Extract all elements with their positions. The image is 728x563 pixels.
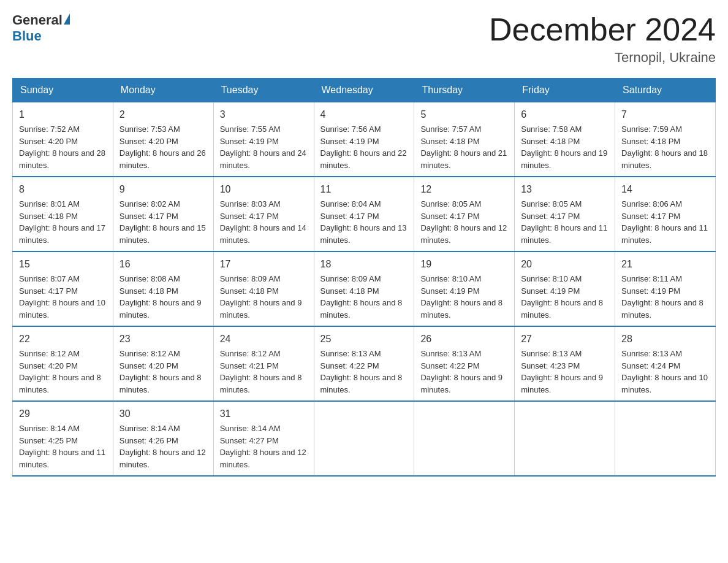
day-number: 15 [19,257,107,272]
day-info: Sunrise: 8:13 AMSunset: 4:22 PMDaylight:… [320,349,403,394]
day-info: Sunrise: 8:06 AMSunset: 4:17 PMDaylight:… [621,199,708,245]
calendar-cell: 24Sunrise: 8:12 AMSunset: 4:21 PMDayligh… [213,326,314,401]
day-number: 23 [119,332,207,347]
day-number: 26 [420,332,508,347]
calendar-cell: 15Sunrise: 8:07 AMSunset: 4:17 PMDayligh… [13,251,113,326]
calendar-cell: 25Sunrise: 8:13 AMSunset: 4:22 PMDayligh… [314,326,414,401]
page-subtitle: Ternopil, Ukraine [489,50,716,66]
day-number: 14 [621,182,709,197]
calendar-cell: 14Sunrise: 8:06 AMSunset: 4:17 PMDayligh… [615,177,716,251]
day-info: Sunrise: 8:12 AMSunset: 4:21 PMDaylight:… [220,349,302,394]
day-number: 2 [119,107,207,122]
calendar-cell: 9Sunrise: 8:02 AMSunset: 4:17 PMDaylight… [113,177,213,251]
calendar-cell: 1Sunrise: 7:52 AMSunset: 4:20 PMDaylight… [13,102,113,177]
day-number: 25 [320,332,408,347]
col-header-friday: Friday [515,79,615,102]
day-info: Sunrise: 7:59 AMSunset: 4:18 PMDaylight:… [621,124,708,170]
day-info: Sunrise: 8:01 AMSunset: 4:18 PMDaylight:… [19,199,105,245]
calendar-cell: 17Sunrise: 8:09 AMSunset: 4:18 PMDayligh… [213,251,314,326]
day-number: 7 [621,107,709,122]
calendar-cell [615,401,716,476]
calendar-cell: 12Sunrise: 8:05 AMSunset: 4:17 PMDayligh… [414,177,515,251]
day-info: Sunrise: 8:08 AMSunset: 4:18 PMDaylight:… [119,274,202,320]
calendar-cell: 3Sunrise: 7:55 AMSunset: 4:19 PMDaylight… [213,102,314,177]
calendar-cell: 28Sunrise: 8:13 AMSunset: 4:24 PMDayligh… [615,326,716,401]
calendar-cell: 29Sunrise: 8:14 AMSunset: 4:25 PMDayligh… [13,401,113,476]
day-info: Sunrise: 8:09 AMSunset: 4:18 PMDaylight:… [220,274,302,320]
day-number: 18 [320,257,408,272]
day-number: 11 [320,182,408,197]
calendar-cell: 16Sunrise: 8:08 AMSunset: 4:18 PMDayligh… [113,251,213,326]
day-number: 10 [220,182,308,197]
day-info: Sunrise: 8:03 AMSunset: 4:17 PMDaylight:… [220,199,306,245]
day-number: 21 [621,257,709,272]
day-number: 6 [521,107,609,122]
day-number: 31 [220,407,308,421]
logo: General Blue [12,12,71,44]
day-info: Sunrise: 8:11 AMSunset: 4:19 PMDaylight:… [621,274,703,320]
day-number: 12 [420,182,508,197]
day-number: 5 [420,107,508,122]
day-info: Sunrise: 8:02 AMSunset: 4:17 PMDaylight:… [119,199,206,245]
calendar-cell: 8Sunrise: 8:01 AMSunset: 4:18 PMDaylight… [13,177,113,251]
day-info: Sunrise: 8:12 AMSunset: 4:20 PMDaylight:… [119,349,202,394]
day-number: 30 [119,407,207,421]
day-info: Sunrise: 8:12 AMSunset: 4:20 PMDaylight:… [19,349,101,394]
day-info: Sunrise: 7:58 AMSunset: 4:18 PMDaylight:… [521,124,607,170]
day-number: 16 [119,257,207,272]
col-header-monday: Monday [113,79,213,102]
page-title: December 2024 [489,12,716,47]
calendar-cell: 27Sunrise: 8:13 AMSunset: 4:23 PMDayligh… [515,326,615,401]
title-section: December 2024 Ternopil, Ukraine [489,12,716,66]
calendar-header: SundayMondayTuesdayWednesdayThursdayFrid… [13,79,716,102]
day-info: Sunrise: 8:04 AMSunset: 4:17 PMDaylight:… [320,199,407,245]
day-number: 27 [521,332,609,347]
day-number: 17 [220,257,308,272]
day-number: 24 [220,332,308,347]
day-info: Sunrise: 7:55 AMSunset: 4:19 PMDaylight:… [220,124,306,170]
day-info: Sunrise: 8:10 AMSunset: 4:19 PMDaylight:… [521,274,603,320]
calendar-cell [414,401,515,476]
calendar-cell: 11Sunrise: 8:04 AMSunset: 4:17 PMDayligh… [314,177,414,251]
day-info: Sunrise: 8:13 AMSunset: 4:23 PMDaylight:… [521,349,603,394]
logo-blue-text: Blue [12,28,42,44]
day-info: Sunrise: 8:14 AMSunset: 4:27 PMDaylight:… [220,424,306,469]
calendar-cell: 19Sunrise: 8:10 AMSunset: 4:19 PMDayligh… [414,251,515,326]
col-header-sunday: Sunday [13,79,113,102]
calendar-cell: 26Sunrise: 8:13 AMSunset: 4:22 PMDayligh… [414,326,515,401]
day-number: 9 [119,182,207,197]
day-number: 8 [19,182,107,197]
week-row-3: 15Sunrise: 8:07 AMSunset: 4:17 PMDayligh… [13,251,716,326]
day-number: 4 [320,107,408,122]
calendar-cell: 10Sunrise: 8:03 AMSunset: 4:17 PMDayligh… [213,177,314,251]
calendar-table: SundayMondayTuesdayWednesdayThursdayFrid… [12,78,716,477]
calendar-cell: 6Sunrise: 7:58 AMSunset: 4:18 PMDaylight… [515,102,615,177]
day-info: Sunrise: 8:09 AMSunset: 4:18 PMDaylight:… [320,274,403,320]
calendar-cell: 21Sunrise: 8:11 AMSunset: 4:19 PMDayligh… [615,251,716,326]
logo-triangle-icon [64,13,70,25]
week-row-5: 29Sunrise: 8:14 AMSunset: 4:25 PMDayligh… [13,401,716,476]
day-info: Sunrise: 7:52 AMSunset: 4:20 PMDaylight:… [19,124,105,170]
day-number: 22 [19,332,107,347]
col-header-tuesday: Tuesday [213,79,314,102]
calendar-cell: 7Sunrise: 7:59 AMSunset: 4:18 PMDaylight… [615,102,716,177]
calendar-cell: 31Sunrise: 8:14 AMSunset: 4:27 PMDayligh… [213,401,314,476]
day-number: 3 [220,107,308,122]
day-info: Sunrise: 8:14 AMSunset: 4:25 PMDaylight:… [19,424,105,469]
calendar-cell: 5Sunrise: 7:57 AMSunset: 4:18 PMDaylight… [414,102,515,177]
day-number: 28 [621,332,709,347]
logo-general-text: General [12,12,63,28]
day-number: 1 [19,107,107,122]
day-info: Sunrise: 8:13 AMSunset: 4:24 PMDaylight:… [621,349,708,394]
day-number: 13 [521,182,609,197]
day-info: Sunrise: 7:56 AMSunset: 4:19 PMDaylight:… [320,124,407,170]
calendar-cell: 2Sunrise: 7:53 AMSunset: 4:20 PMDaylight… [113,102,213,177]
calendar-cell: 4Sunrise: 7:56 AMSunset: 4:19 PMDaylight… [314,102,414,177]
col-header-wednesday: Wednesday [314,79,414,102]
calendar-cell: 20Sunrise: 8:10 AMSunset: 4:19 PMDayligh… [515,251,615,326]
day-info: Sunrise: 8:05 AMSunset: 4:17 PMDaylight:… [521,199,607,245]
calendar-cell: 18Sunrise: 8:09 AMSunset: 4:18 PMDayligh… [314,251,414,326]
col-header-thursday: Thursday [414,79,515,102]
week-row-4: 22Sunrise: 8:12 AMSunset: 4:20 PMDayligh… [13,326,716,401]
header-row: SundayMondayTuesdayWednesdayThursdayFrid… [13,79,716,102]
